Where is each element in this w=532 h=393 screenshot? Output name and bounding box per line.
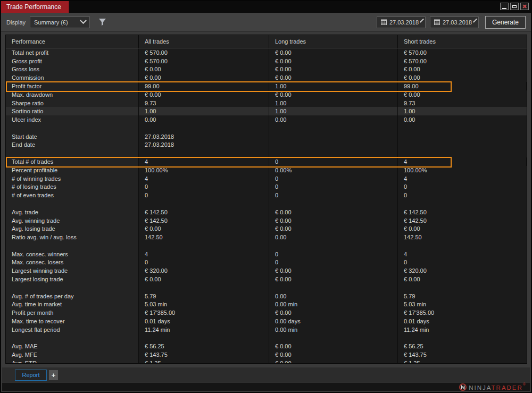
short-trades-value: 1.00 bbox=[398, 107, 527, 115]
long-trades-value: 0 bbox=[269, 191, 398, 199]
long-trades-value bbox=[269, 124, 398, 132]
short-trades-value: € 0.00 bbox=[398, 65, 527, 74]
table-row[interactable]: # of losing trades 0 0 0 bbox=[6, 183, 527, 191]
row-label bbox=[6, 283, 139, 292]
table-row[interactable] bbox=[6, 283, 527, 292]
table-row[interactable]: Total # of trades 4 0 4 bbox=[6, 157, 527, 166]
all-trades-value bbox=[139, 149, 269, 157]
table-row[interactable]: Ratio avg. win / avg. loss 142.50 0.00 1… bbox=[6, 233, 527, 241]
all-trades-value: € 142.50 bbox=[139, 208, 269, 216]
short-trades-value: € 570.00 bbox=[398, 48, 527, 57]
tab-report[interactable]: Report bbox=[15, 370, 47, 381]
start-date-picker[interactable]: 27.03.2018 bbox=[377, 16, 426, 28]
table-row[interactable] bbox=[6, 199, 527, 208]
end-date-picker[interactable]: 27.03.2018 bbox=[430, 16, 479, 28]
table-row[interactable]: Avg. losing trade € 0.00 € 0.00 € 0.00 bbox=[6, 224, 527, 233]
table-row[interactable] bbox=[6, 334, 527, 342]
maximize-button[interactable] bbox=[510, 3, 519, 10]
table-row[interactable]: Gross profit € 570.00 € 0.00 € 570.00 bbox=[6, 57, 527, 65]
table-row[interactable]: Avg. winning trade € 142.50 € 0.00 € 142… bbox=[6, 216, 527, 225]
row-label: Total net profit bbox=[6, 48, 139, 57]
close-button[interactable]: ✕ bbox=[520, 3, 529, 10]
add-tab-button[interactable]: + bbox=[49, 370, 58, 380]
report-content: Performance All trades Long trades Short… bbox=[2, 32, 530, 367]
table-row[interactable]: Profit factor 99.00 1.00 99.00 bbox=[6, 82, 527, 90]
table-row[interactable] bbox=[6, 241, 527, 250]
minimize-icon bbox=[502, 8, 506, 9]
short-trades-value: 100.00% bbox=[398, 166, 527, 174]
table-row[interactable]: Max. time to recover 0.01 days 0.00 days… bbox=[6, 317, 527, 325]
long-trades-value: 0.00 days bbox=[269, 317, 398, 325]
short-trades-value bbox=[398, 334, 527, 342]
table-row[interactable]: Avg. MAE € 56.25 € 0.00 € 56.25 bbox=[6, 342, 527, 350]
table-row[interactable]: Largest losing trade € 0.00 € 0.00 € 0.0… bbox=[6, 275, 527, 283]
table-row[interactable]: Total net profit € 570.00 € 0.00 € 570.0… bbox=[6, 48, 527, 57]
long-trades-value: 0 bbox=[269, 183, 398, 191]
all-trades-value: € 320.00 bbox=[139, 266, 269, 275]
table-row[interactable]: Longest flat period 11.24 min 0.00 min 1… bbox=[6, 325, 527, 334]
display-label: Display bbox=[6, 19, 26, 26]
table-row[interactable]: # of winning trades 4 0 4 bbox=[6, 174, 527, 183]
long-trades-value: 0.00 bbox=[269, 233, 398, 241]
table-row[interactable]: Percent profitable 100.00% 0.00% 100.00% bbox=[6, 166, 527, 174]
row-label: Max. consec. losers bbox=[6, 258, 139, 267]
table-row[interactable]: Avg. # of trades per day 5.79 0.00 5.79 bbox=[6, 292, 527, 300]
generate-button[interactable]: Generate bbox=[485, 16, 526, 29]
short-trades-value: 0 bbox=[398, 191, 527, 199]
toolbar: Display Summary (€) 27.03.2018 27.03.201… bbox=[1, 13, 531, 32]
row-label: Profit per month bbox=[6, 308, 139, 317]
all-trades-value: 4 bbox=[139, 250, 269, 258]
table-row[interactable]: Profit per month € 17'385.00 € 0.00 € 17… bbox=[6, 308, 527, 317]
all-trades-value: 142.50 bbox=[139, 233, 269, 241]
table-row[interactable]: Avg. MFE € 143.75 € 0.00 € 143.75 bbox=[6, 350, 527, 359]
filter-icon[interactable] bbox=[98, 18, 106, 26]
display-select[interactable]: Summary (€) bbox=[30, 16, 90, 28]
short-trades-value: 4 bbox=[398, 250, 527, 258]
long-trades-value: € 0.00 bbox=[269, 216, 398, 225]
table-row[interactable]: Largest winning trade € 320.00 € 0.00 € … bbox=[6, 266, 527, 275]
table-row[interactable]: Max. consec. losers 0 0 0 bbox=[6, 258, 527, 267]
funnel-icon bbox=[98, 18, 106, 26]
row-label: Ulcer index bbox=[6, 115, 139, 124]
long-trades-value: € 0.00 bbox=[269, 266, 398, 275]
long-trades-value: 0 bbox=[269, 157, 398, 166]
row-label bbox=[6, 124, 139, 132]
trade-performance-window: Trade Performance ✕ Display Summary (€) … bbox=[0, 0, 532, 393]
minimize-button[interactable] bbox=[500, 3, 509, 10]
table-header: Performance All trades Long trades Short… bbox=[6, 35, 527, 48]
table-row[interactable]: Ulcer index 0.00 0.00 0.00 bbox=[6, 115, 527, 124]
table-row[interactable]: Sortino ratio 1.00 1.00 1.00 bbox=[6, 107, 527, 115]
table-row[interactable]: # of even trades 0 0 0 bbox=[6, 191, 527, 199]
table-row[interactable]: End date 27.03.2018 bbox=[6, 141, 527, 149]
short-trades-value bbox=[398, 141, 527, 149]
short-trades-value: € 570.00 bbox=[398, 57, 527, 65]
table-row[interactable]: Start date 27.03.2018 bbox=[6, 132, 527, 141]
row-label: Gross loss bbox=[6, 65, 139, 74]
short-trades-value bbox=[398, 124, 527, 132]
row-label: Ratio avg. win / avg. loss bbox=[6, 233, 139, 241]
table-row[interactable]: Avg. trade € 142.50 € 0.00 € 142.50 bbox=[6, 208, 527, 216]
table-row[interactable]: Max. drawdown € 0.00 € 0.00 € 0.00 bbox=[6, 90, 527, 99]
table-row[interactable] bbox=[6, 124, 527, 132]
long-trades-value: € 0.00 bbox=[269, 350, 398, 359]
table-row[interactable]: Commission € 0.00 € 0.00 € 0.00 bbox=[6, 73, 527, 82]
table-row[interactable]: Avg. time in market 5.03 min 0.00 min 5.… bbox=[6, 300, 527, 308]
table-row[interactable]: Sharpe ratio 9.73 1.00 9.73 bbox=[6, 99, 527, 107]
close-icon: ✕ bbox=[522, 4, 527, 10]
table-row[interactable]: Avg. ETD € 1.25 € 0.00 € 1.25 bbox=[6, 359, 527, 364]
short-trades-value bbox=[398, 149, 527, 157]
short-trades-value: 11.24 min bbox=[398, 325, 527, 334]
long-trades-value bbox=[269, 132, 398, 141]
short-trades-value bbox=[398, 241, 527, 250]
table-row[interactable] bbox=[6, 149, 527, 157]
table-row[interactable]: Max. consec. winners 4 0 4 bbox=[6, 250, 527, 258]
all-trades-value: 11.24 min bbox=[139, 325, 269, 334]
title-bar: Trade Performance ✕ bbox=[1, 1, 531, 13]
all-trades-value: 0 bbox=[139, 183, 269, 191]
short-trades-value: 0 bbox=[398, 258, 527, 267]
all-trades-value: 0 bbox=[139, 191, 269, 199]
table-row[interactable]: Gross loss € 0.00 € 0.00 € 0.00 bbox=[6, 65, 527, 74]
short-trades-value: € 17'385.00 bbox=[398, 308, 527, 317]
row-label: Longest flat period bbox=[6, 325, 139, 334]
long-trades-value bbox=[269, 334, 398, 342]
